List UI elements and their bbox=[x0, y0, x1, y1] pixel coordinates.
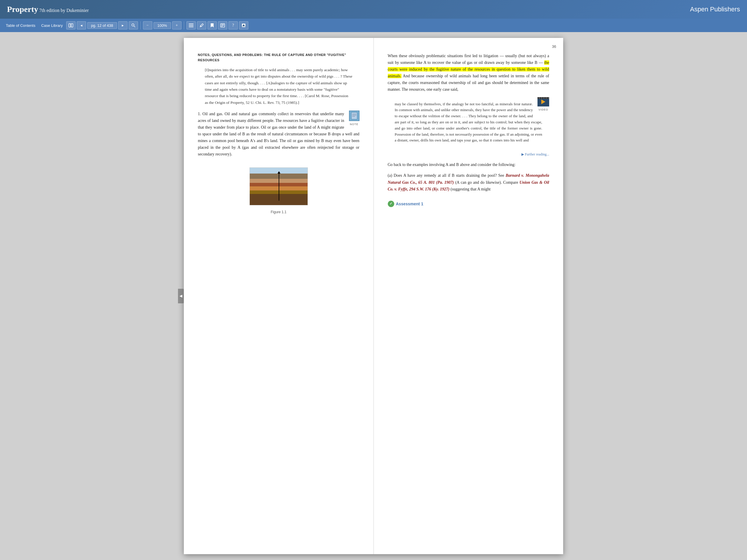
notes-button[interactable] bbox=[218, 21, 227, 29]
app-header: Property 7th edition by Dukeminier Aspen… bbox=[0, 0, 747, 19]
next-page-button[interactable]: ► bbox=[118, 21, 128, 29]
case-library-button[interactable]: Case Library bbox=[39, 22, 65, 29]
assessment-label: Assessment 1 bbox=[396, 201, 423, 207]
svg-rect-1 bbox=[71, 24, 73, 27]
note-icon bbox=[349, 110, 360, 121]
video-float: VIDEO bbox=[538, 97, 549, 112]
help-button[interactable]: ? bbox=[229, 21, 238, 29]
svg-rect-5 bbox=[189, 25, 194, 26]
search-button[interactable] bbox=[129, 21, 138, 29]
main-content: ◄ NOTES, QUESTIONS, AND PROBLEMS: THE RU… bbox=[0, 32, 747, 560]
page-indicator: pg. 12 of 438 bbox=[87, 22, 117, 29]
note-float: NOTE bbox=[349, 110, 360, 126]
annotate-button[interactable] bbox=[197, 21, 206, 29]
publisher-name: Aspen Publishers bbox=[690, 5, 740, 13]
video-play-button bbox=[541, 100, 545, 104]
figure-image bbox=[250, 167, 308, 205]
video-stripe bbox=[538, 97, 549, 99]
prev-page-nav-arrow[interactable]: ◄ bbox=[178, 289, 184, 303]
section-heading: NOTES, QUESTIONS, AND PROBLEMS: THE RULE… bbox=[198, 53, 360, 63]
svg-rect-0 bbox=[69, 24, 71, 27]
left-page: NOTES, QUESTIONS, AND PROBLEMS: THE RULE… bbox=[184, 38, 374, 554]
note-label: NOTE bbox=[350, 122, 358, 126]
toolbar-separator-2 bbox=[184, 21, 184, 29]
right-paragraph-3: (a) Does A have any remedy at all if B s… bbox=[388, 172, 549, 192]
svg-line-3 bbox=[134, 26, 135, 27]
video-icon[interactable] bbox=[538, 97, 549, 106]
app-title: Property 7th edition by Dukeminier bbox=[7, 5, 89, 14]
zoom-in-button[interactable]: + bbox=[172, 21, 181, 29]
profile-button[interactable] bbox=[239, 21, 248, 29]
svg-rect-6 bbox=[189, 27, 194, 27]
table-of-contents-button[interactable]: Table of Contents bbox=[3, 22, 37, 29]
figure-caption: Figure 1.1 bbox=[198, 209, 360, 215]
right-page: 36 When these obviously problematic situ… bbox=[374, 38, 564, 554]
right-paragraph-1: When these obviously problematic situati… bbox=[388, 53, 549, 93]
prev-page-button[interactable]: ◄ bbox=[77, 21, 86, 29]
further-reading-link[interactable]: ▶ Further reading... bbox=[388, 152, 549, 157]
figure-drill-arrow bbox=[279, 173, 279, 201]
assessment-button[interactable]: ✓ Assessment 1 bbox=[388, 201, 423, 207]
svg-rect-4 bbox=[189, 24, 194, 24]
bookmark-button[interactable] bbox=[207, 21, 217, 29]
page-number: 36 bbox=[552, 44, 556, 50]
svg-line-7 bbox=[201, 26, 201, 27]
figure-container: Figure 1.1 bbox=[198, 167, 360, 215]
book-container: ◄ NOTES, QUESTIONS, AND PROBLEMS: THE RU… bbox=[184, 38, 563, 554]
block-quote-rose: [I]nquiries into the acquisition of titl… bbox=[205, 67, 353, 106]
page-thumbnail-button[interactable] bbox=[66, 21, 76, 29]
zoom-out-button[interactable]: − bbox=[143, 21, 152, 29]
paragraph-oil-gas: 1. Oil and gas. Oil and natural gas comm… bbox=[198, 110, 360, 158]
svg-rect-13 bbox=[243, 25, 244, 26]
video-label: VIDEO bbox=[538, 108, 548, 112]
view-menu-button[interactable] bbox=[186, 21, 196, 29]
right-block-quote: may be classed by themselves, if the ana… bbox=[395, 101, 542, 144]
header-subtitle-inline: 7th edition by Dukeminier bbox=[38, 8, 89, 13]
assessment-check-icon: ✓ bbox=[388, 201, 394, 207]
zoom-level: 100% bbox=[153, 22, 171, 29]
right-paragraph-2: Go back to the examples involving A and … bbox=[388, 161, 549, 168]
toolbar: Table of Contents Case Library ◄ pg. 12 … bbox=[0, 19, 747, 32]
svg-rect-15 bbox=[351, 112, 357, 119]
svg-point-2 bbox=[132, 24, 134, 26]
